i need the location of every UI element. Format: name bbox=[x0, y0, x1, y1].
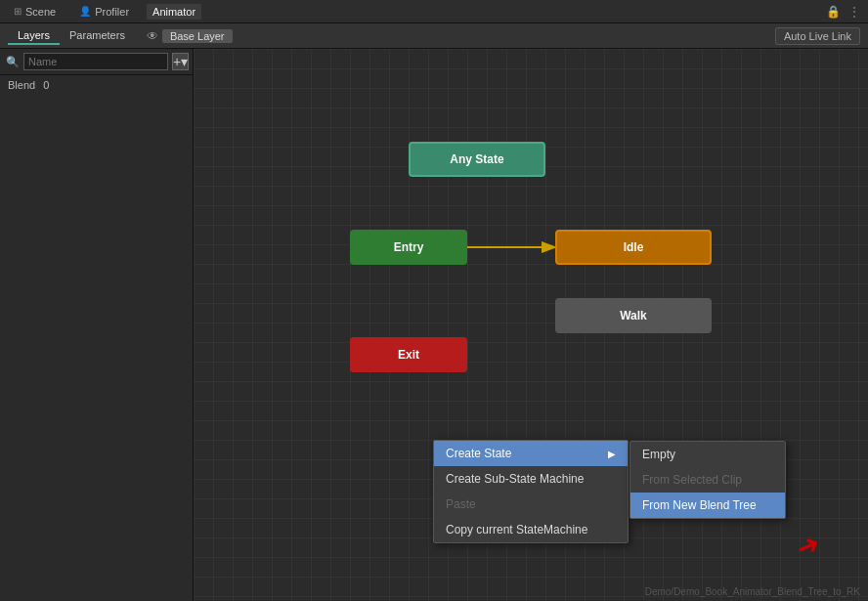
node-walk[interactable]: Walk bbox=[555, 298, 712, 333]
context-menu-item-copy-state-machine[interactable]: Copy current StateMachine bbox=[434, 517, 628, 542]
tab-layers[interactable]: Layers bbox=[8, 27, 60, 45]
lock-icon[interactable]: 🔒 bbox=[826, 5, 841, 19]
submenu-item-from-selected-clip[interactable]: From Selected Clip bbox=[630, 467, 785, 493]
search-bar: 🔍 +▾ bbox=[0, 49, 193, 75]
red-arrow-indicator: ➜ bbox=[791, 527, 825, 566]
add-button[interactable]: +▾ bbox=[172, 53, 189, 70]
search-icon: 🔍 bbox=[6, 56, 20, 68]
chevron-right-icon: ▶ bbox=[608, 449, 616, 459]
submenu-item-from-new-blend-tree[interactable]: From New Blend Tree bbox=[630, 493, 785, 518]
breadcrumb[interactable]: Base Layer bbox=[162, 29, 233, 43]
auto-live-link-button[interactable]: Auto Live Link bbox=[775, 27, 860, 45]
tab-animator[interactable]: Animator bbox=[147, 4, 201, 20]
tab-profiler[interactable]: 👤 Profiler bbox=[73, 4, 135, 20]
tab-scene[interactable]: ⊞ Scene bbox=[8, 4, 62, 20]
node-entry[interactable]: Entry bbox=[350, 230, 467, 265]
context-menu-item-paste[interactable]: Paste bbox=[434, 492, 628, 517]
profiler-icon: 👤 bbox=[79, 6, 91, 17]
submenu-create-state: Empty From Selected Clip From New Blend … bbox=[629, 441, 786, 519]
animator-canvas[interactable]: Any State Entry Idle Walk Exit Create St… bbox=[194, 49, 868, 601]
node-exit[interactable]: Exit bbox=[350, 337, 467, 372]
eye-icon[interactable]: 👁 bbox=[147, 29, 158, 43]
watermark: Demo/Demo_Book_Animator_Blend_Tree_to_RK bbox=[645, 586, 860, 597]
node-idle[interactable]: Idle bbox=[555, 230, 712, 265]
search-input[interactable] bbox=[23, 53, 168, 70]
tab-parameters[interactable]: Parameters bbox=[60, 27, 135, 44]
context-menu: Create State ▶ Empty From Selected Clip … bbox=[433, 440, 629, 543]
second-bar: Layers Parameters 👁 Base Layer Auto Live… bbox=[0, 23, 868, 49]
param-blend: Blend 0 bbox=[0, 75, 193, 95]
window-controls: 🔒 ⋮ bbox=[826, 0, 860, 23]
menu-icon[interactable]: ⋮ bbox=[848, 5, 860, 19]
context-menu-item-create-state[interactable]: Create State ▶ Empty From Selected Clip … bbox=[434, 441, 628, 466]
top-bar: ⊞ Scene 👤 Profiler Animator 🔒 ⋮ bbox=[0, 0, 868, 23]
breadcrumb-area: 👁 Base Layer bbox=[143, 29, 775, 43]
scene-icon: ⊞ bbox=[14, 6, 22, 17]
submenu-item-empty[interactable]: Empty bbox=[630, 442, 785, 467]
node-any-state[interactable]: Any State bbox=[409, 142, 545, 177]
context-menu-item-create-sub-state[interactable]: Create Sub-State Machine bbox=[434, 466, 628, 492]
left-panel: 🔍 +▾ Blend 0 bbox=[0, 49, 194, 601]
